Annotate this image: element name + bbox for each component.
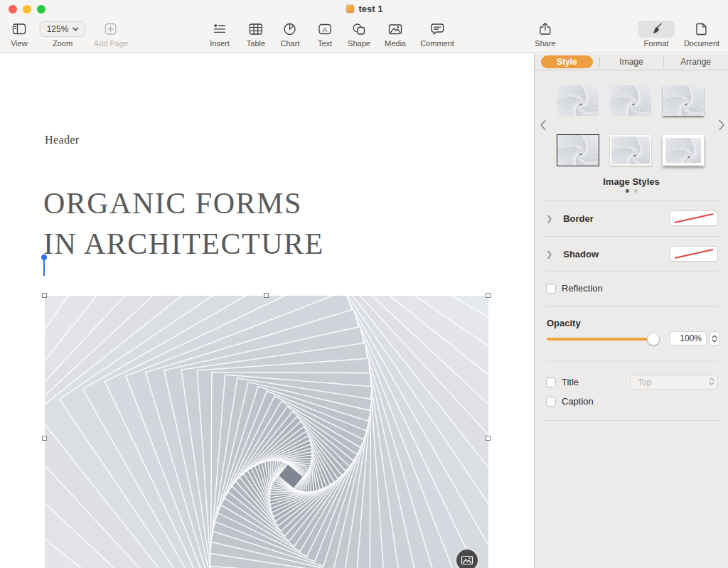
- format-sidebar: Style Image Arrange Image Styles ❯ Borde…: [534, 54, 728, 568]
- opacity-stepper[interactable]: [710, 331, 719, 345]
- divider: [545, 200, 719, 201]
- toolbar-label: Table: [247, 39, 265, 48]
- reflection-checkbox[interactable]: [546, 284, 556, 294]
- document-title-text[interactable]: ORGANIC FORMS IN ARCHITECTURE: [43, 183, 324, 264]
- chevron-down-icon: [712, 339, 717, 343]
- toolbar-zoom-control[interactable]: 125% Zoom: [40, 20, 86, 48]
- caption-row: Caption: [546, 396, 594, 407]
- caption-label: Caption: [562, 396, 594, 407]
- select-stepper-icon: [709, 377, 714, 385]
- divider: [545, 420, 719, 421]
- table-grid-icon: [247, 20, 265, 38]
- resize-handle-middle-left[interactable]: [42, 436, 47, 441]
- toolbar-shape-button[interactable]: Shape: [348, 20, 370, 48]
- title-and-toolbar: test 1 View 125% Zoom Add Page Insert: [0, 0, 728, 53]
- border-none-swatch[interactable]: [670, 210, 718, 226]
- sidebar-icon: [11, 20, 28, 38]
- chevron-down-icon: [72, 27, 78, 31]
- title-checkbox[interactable]: [546, 377, 556, 387]
- toolbar-label: Media: [385, 39, 406, 48]
- toolbar-chart-button[interactable]: Chart: [281, 20, 300, 48]
- shadow-none-swatch[interactable]: [670, 246, 718, 262]
- image-style-thumb-4-selected[interactable]: [557, 135, 599, 166]
- carousel-prev-button[interactable]: [540, 119, 547, 131]
- divider: [545, 272, 719, 272]
- title-row: Title: [546, 377, 579, 387]
- photo-icon: [385, 20, 406, 38]
- toolbar-insert-button[interactable]: Insert: [210, 20, 230, 48]
- title-line-2: IN ARCHITECTURE: [43, 224, 324, 264]
- toolbar-share-button[interactable]: Share: [535, 20, 555, 48]
- disclosure-chevron-icon[interactable]: ❯: [546, 250, 552, 259]
- resize-handle-middle-right[interactable]: [486, 436, 491, 441]
- text-box-icon: A: [316, 20, 333, 38]
- image-style-thumb-5[interactable]: [610, 135, 651, 166]
- image-styles-label: Image Styles: [535, 176, 728, 187]
- toolbar-label: Zoom: [40, 39, 86, 48]
- resize-handle-top-left[interactable]: [42, 293, 47, 298]
- toolbar-label: Insert: [210, 39, 230, 48]
- insert-list-icon: [210, 20, 230, 38]
- title-label: Title: [562, 377, 579, 387]
- opacity-slider-knob[interactable]: [647, 333, 660, 345]
- border-row[interactable]: ❯ Border: [546, 213, 594, 224]
- svg-text:A: A: [323, 26, 328, 33]
- shadow-row[interactable]: ❯ Shadow: [546, 249, 599, 259]
- selected-image[interactable]: [45, 296, 488, 568]
- pie-chart-icon: [281, 20, 300, 38]
- toolbar-label: Text: [316, 39, 333, 48]
- opacity-value-field[interactable]: 100%: [670, 331, 707, 345]
- tab-style[interactable]: Style: [535, 54, 599, 70]
- image-style-thumb-1[interactable]: [557, 85, 599, 116]
- toolbar-comment-button[interactable]: Comment: [420, 20, 454, 48]
- disclosure-chevron-icon[interactable]: ❯: [546, 214, 552, 223]
- image-style-thumb-3[interactable]: [663, 85, 704, 116]
- shapes-icon: [348, 20, 370, 38]
- toolbar-label: Comment: [420, 39, 454, 48]
- zoom-level-dropdown[interactable]: 125%: [40, 21, 86, 37]
- toolbar-label: Shape: [348, 39, 370, 48]
- format-active-highlight: [638, 21, 675, 38]
- carousel-pagination-dots[interactable]: [535, 189, 728, 193]
- divider: [545, 306, 719, 306]
- toolbar-media-button[interactable]: Media: [385, 20, 406, 48]
- document-canvas[interactable]: Header ORGANIC FORMS IN ARCHITECTURE: [0, 54, 534, 568]
- format-tabs: Style Image Arrange: [535, 54, 728, 70]
- none-slash-icon: [670, 247, 717, 261]
- tab-image[interactable]: Image: [599, 54, 664, 70]
- window-title: test 1: [0, 4, 728, 14]
- toolbar-label: Document: [684, 39, 719, 48]
- image-style-thumb-6[interactable]: [663, 135, 704, 166]
- opacity-slider[interactable]: [547, 338, 657, 341]
- reflection-label: Reflection: [562, 283, 603, 294]
- toolbar-document-button[interactable]: Document: [684, 20, 719, 48]
- toolbar-label: Share: [535, 39, 555, 48]
- plus-page-icon: [94, 20, 128, 38]
- chevron-right-icon: [718, 119, 725, 131]
- toolbar-table-button[interactable]: Table: [247, 20, 265, 48]
- caption-checkbox[interactable]: [546, 397, 556, 407]
- document-header-text[interactable]: Header: [45, 134, 80, 146]
- toolbar-text-button[interactable]: A Text: [316, 20, 333, 48]
- toolbar-label: Add Page: [94, 39, 128, 48]
- resize-handle-top-center[interactable]: [264, 293, 269, 298]
- paintbrush-icon: [648, 21, 665, 37]
- none-slash-icon: [670, 211, 717, 225]
- title-position-select: Top: [630, 375, 718, 390]
- image-style-thumb-2[interactable]: [610, 85, 651, 116]
- resize-handle-top-right[interactable]: [486, 293, 491, 298]
- toolbar-view-button[interactable]: View: [11, 20, 28, 48]
- toolbar-label: Chart: [281, 39, 300, 48]
- toolbar-label: View: [11, 39, 28, 48]
- chevron-left-icon: [540, 119, 547, 131]
- reflection-row: Reflection: [546, 283, 603, 294]
- media-badge[interactable]: [455, 548, 479, 568]
- shadow-label: Shadow: [563, 249, 599, 259]
- share-icon: [535, 20, 555, 38]
- border-label: Border: [563, 213, 594, 224]
- carousel-next-button[interactable]: [718, 119, 725, 131]
- tab-arrange[interactable]: Arrange: [663, 54, 728, 70]
- toolbar-label: Format: [638, 39, 675, 48]
- speech-bubble-icon: [420, 20, 454, 38]
- toolbar-format-button[interactable]: Format: [638, 20, 675, 48]
